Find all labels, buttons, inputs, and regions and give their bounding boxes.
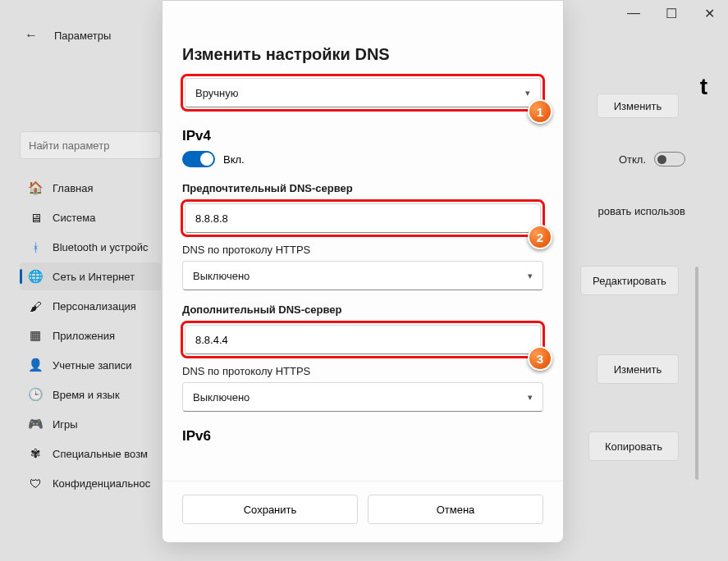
doh-value-1: Выключено [193,270,250,282]
dns-dialog: Изменить настройки DNS Вручную ▾ 1 IPv4 … [162,0,564,543]
highlight-1: Вручную ▾ 1 [181,74,545,112]
doh-label-1: DNS по протоколу HTTPS [182,244,543,256]
dialog-title: Изменить настройки DNS [182,45,543,64]
doh-select-2[interactable]: Выключено ▾ [182,382,543,412]
doh-value-2: Выключено [193,391,250,404]
preferred-dns-input[interactable] [185,203,541,233]
ipv4-toggle[interactable] [182,151,215,167]
alt-dns-label: Дополнительный DNS-сервер [182,303,543,316]
chevron-down-icon: ▾ [528,392,533,403]
dns-mode-select[interactable]: Вручную ▾ [185,78,541,107]
cancel-button[interactable]: Отмена [368,495,543,524]
alt-dns-input[interactable] [185,325,541,354]
doh-select-1[interactable]: Выключено ▾ [182,261,543,290]
ipv4-toggle-label: Вкл. [223,153,245,166]
highlight-2: 2 [181,199,545,237]
doh-label-2: DNS по протоколу HTTPS [182,365,543,377]
alt-dns-field[interactable] [195,334,530,346]
callout-3: 3 [528,346,552,371]
save-button[interactable]: Сохранить [182,495,358,524]
callout-2: 2 [528,225,552,249]
callout-1: 1 [528,99,552,124]
chevron-down-icon: ▾ [528,271,533,281]
ipv6-heading: IPv6 [182,428,543,445]
ipv4-heading: IPv4 [182,128,543,144]
highlight-3: 3 [181,321,545,358]
dns-mode-value: Вручную [195,87,238,99]
preferred-dns-label: Предпочтительный DNS-сервер [182,182,543,194]
preferred-dns-field[interactable] [195,212,530,225]
chevron-down-icon: ▾ [525,88,530,98]
